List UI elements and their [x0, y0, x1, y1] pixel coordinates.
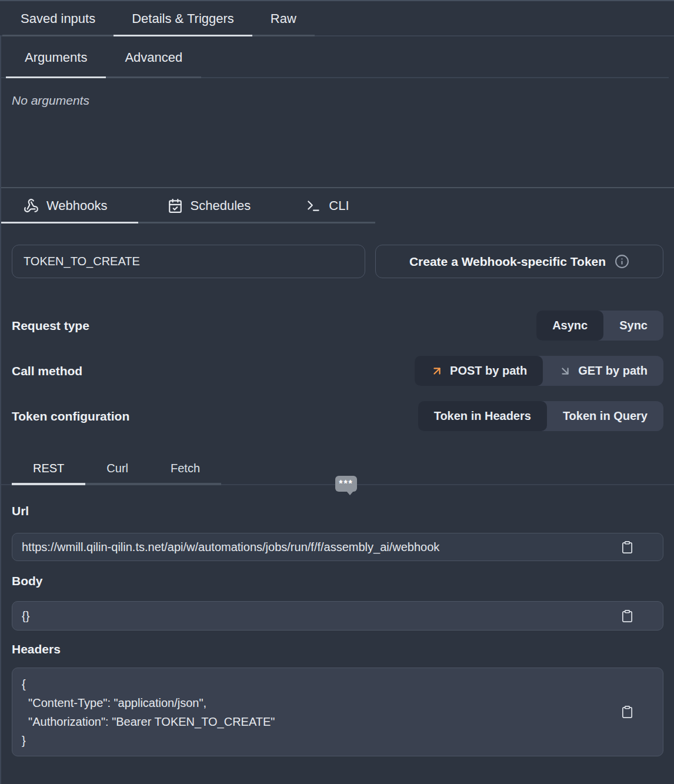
- snippet-tabs: REST Curl Fetch ***: [0, 452, 674, 485]
- copy-body-button[interactable]: [620, 609, 634, 623]
- clipboard-icon: [620, 541, 634, 554]
- clipboard-icon: [620, 609, 634, 623]
- tab-webhooks-label: Webhooks: [46, 198, 108, 213]
- panel-left-border: [0, 35, 1, 784]
- token-config-row: Token configuration Token in Headers Tok…: [12, 401, 663, 431]
- body-value: {}: [22, 609, 29, 623]
- resize-handle[interactable]: ***: [335, 476, 357, 492]
- token-in-headers-option[interactable]: Token in Headers: [418, 401, 547, 431]
- webhook-icon: [24, 198, 39, 213]
- view-tabs: Saved inputs Details & Triggers Raw: [0, 1, 674, 36]
- arguments-panel: No arguments: [0, 78, 674, 187]
- tab-raw[interactable]: Raw: [252, 1, 315, 36]
- request-type-row: Request type Async Sync: [12, 311, 663, 341]
- tab-schedules[interactable]: Schedules: [138, 188, 281, 223]
- tab-cli-label: CLI: [329, 198, 349, 213]
- post-by-path-option[interactable]: POST by path: [415, 356, 543, 386]
- tab-webhooks[interactable]: Webhooks: [0, 188, 138, 223]
- token-config-label: Token configuration: [12, 409, 129, 423]
- token-in-query-option[interactable]: Token in Query: [547, 401, 663, 431]
- calendar-check-icon: [168, 198, 183, 213]
- call-method-row: Call method POST by path GET by path: [12, 356, 663, 386]
- post-by-path-label: POST by path: [450, 364, 527, 378]
- clipboard-icon: [620, 705, 634, 719]
- async-option[interactable]: Async: [536, 311, 603, 341]
- tab-schedules-label: Schedules: [191, 198, 251, 213]
- info-icon: [615, 254, 629, 269]
- call-method-toggle: POST by path GET by path: [415, 356, 663, 386]
- body-value-box: {}: [12, 601, 663, 630]
- tab-saved-inputs[interactable]: Saved inputs: [2, 1, 114, 36]
- headers-value-box: { "Content-Type": "application/json", "A…: [12, 668, 663, 756]
- terminal-icon: [306, 198, 321, 213]
- get-by-path-option[interactable]: GET by path: [543, 356, 663, 386]
- call-method-label: Call method: [12, 364, 82, 378]
- url-value-box: https://wmill.qilin-qilin.ts.net/api/w/a…: [12, 533, 663, 561]
- arrow-down-right-icon: [559, 365, 572, 378]
- copy-headers-button[interactable]: [620, 705, 634, 719]
- tab-advanced[interactable]: Advanced: [106, 36, 201, 78]
- tab-rest[interactable]: REST: [12, 452, 85, 485]
- url-label: Url: [12, 504, 662, 518]
- tab-cli[interactable]: CLI: [280, 188, 375, 223]
- sync-option[interactable]: Sync: [603, 311, 663, 341]
- arrow-up-right-icon: [431, 365, 443, 378]
- body-label: Body: [12, 574, 662, 588]
- tab-arguments[interactable]: Arguments: [6, 36, 106, 78]
- tab-curl[interactable]: Curl: [85, 452, 149, 485]
- token-config-toggle: Token in Headers Token in Query: [418, 401, 663, 431]
- tab-fetch[interactable]: Fetch: [149, 452, 221, 485]
- create-webhook-token-label: Create a Webhook-specific Token: [409, 255, 606, 269]
- token-row: Create a Webhook-specific Token: [12, 245, 663, 278]
- tab-details-triggers[interactable]: Details & Triggers: [114, 1, 252, 36]
- url-value: https://wmill.qilin-qilin.ts.net/api/w/a…: [22, 541, 439, 554]
- arguments-tabs: Arguments Advanced: [0, 36, 674, 78]
- request-type-label: Request type: [12, 319, 89, 333]
- webhook-token-input[interactable]: [12, 245, 365, 278]
- trigger-tabs: Webhooks Schedules CLI: [0, 188, 674, 223]
- copy-url-button[interactable]: [620, 541, 634, 554]
- no-arguments-text: No arguments: [12, 94, 674, 108]
- headers-value: { "Content-Type": "application/json", "A…: [22, 675, 620, 750]
- headers-label: Headers: [12, 642, 662, 656]
- request-type-toggle: Async Sync: [536, 311, 663, 341]
- get-by-path-label: GET by path: [578, 364, 648, 378]
- create-webhook-token-button[interactable]: Create a Webhook-specific Token: [375, 245, 663, 278]
